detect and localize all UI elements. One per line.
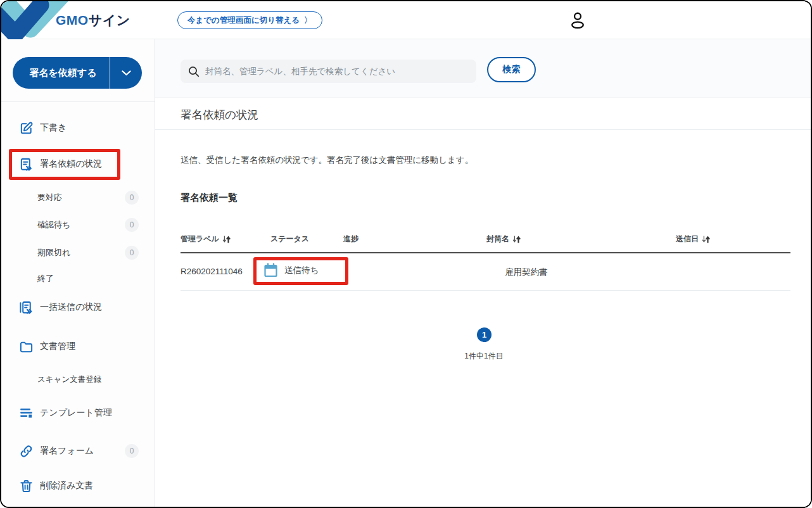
sidebar-item-label: 要対応 (37, 192, 62, 203)
sidebar-divider (1, 101, 155, 102)
brand-wordmark: GMOサイン (56, 11, 130, 29)
folder-icon (19, 340, 34, 354)
sidebar-item-label: 削除済み文書 (40, 480, 93, 492)
sidebar-item-signature-form[interactable]: 署名フォーム 0 (1, 442, 155, 460)
title-band: 署名依頼の状況 (155, 98, 811, 130)
sidebar-item-bulk-send-status[interactable]: 一括送信の状況 (1, 298, 155, 316)
list-heading: 署名依頼一覧 (181, 192, 238, 204)
search-icon (188, 66, 200, 77)
search-button[interactable]: 検索 (487, 57, 536, 82)
link-icon (19, 444, 34, 459)
column-label: 送信日 (676, 234, 699, 244)
column-header-status: ステータス (270, 234, 309, 244)
request-signature-dropdown[interactable] (110, 57, 142, 89)
sidebar-item-label: スキャン文書登録 (37, 374, 101, 385)
column-label: 管理ラベル (181, 234, 219, 244)
sidebar-item-label: 文書管理 (40, 341, 75, 352)
switch-admin-screen-label: 今までの管理画面に切り替える (187, 15, 300, 26)
page-description: 送信、受信した署名依頼の状況です。署名完了後は文書管理に移動します。 (181, 155, 473, 166)
pagination-page-1[interactable]: 1 (477, 327, 492, 342)
pagination-summary: 1件中1件目 (446, 351, 522, 362)
sidebar-item-request-status[interactable]: 署名依頼の状況 (1, 155, 155, 173)
count-badge: 0 (125, 191, 139, 205)
cell-envelope-name[interactable]: 雇用契約書 (505, 267, 548, 278)
sidebar-item-label: 確認待ち (37, 219, 70, 231)
sidebar-item-draft[interactable]: 下書き (1, 119, 155, 137)
edit-pencil-icon (19, 121, 34, 136)
column-label: ステータス (270, 234, 309, 244)
sidebar-item-label: 署名フォーム (40, 445, 94, 457)
trash-icon (19, 479, 34, 493)
cell-management-label[interactable]: R260202111046 (181, 267, 243, 276)
template-list-icon (19, 406, 34, 421)
bulk-send-icon (19, 300, 34, 315)
search-band: 検索 (155, 39, 811, 98)
sort-icon (512, 235, 521, 244)
sidebar-item-label: 終了 (37, 273, 54, 284)
count-badge: 0 (125, 444, 139, 458)
chevron-down-icon (122, 70, 131, 76)
sidebar-item-label: 一括送信の状況 (40, 302, 102, 313)
sidebar-item-label: 署名依頼の状況 (40, 158, 102, 170)
sidebar-item-finished[interactable]: 終了 (1, 270, 155, 288)
column-header-management-label[interactable]: 管理ラベル (181, 234, 231, 244)
count-badge: 0 (125, 246, 139, 260)
sidebar-item-pending-confirmation[interactable]: 確認待ち 0 (1, 216, 155, 234)
column-label: 進捗 (343, 234, 358, 244)
brand-sign: サイン (89, 13, 130, 27)
content-area: 送信、受信した署名依頼の状況です。署名完了後は文書管理に移動します。 署名依頼一… (155, 130, 811, 507)
column-label: 封筒名 (486, 234, 509, 244)
user-account-icon[interactable] (569, 11, 587, 29)
table-row-rule (181, 290, 790, 291)
sidebar-item-label: 下書き (40, 122, 67, 134)
sidebar: 署名を依頼する 下書き 署名依頼の状況 要 (1, 39, 155, 507)
main-area: 検索 署名依頼の状況 送信、受信した署名依頼の状況です。署名完了後は文書管理に移… (155, 39, 811, 507)
cell-status[interactable]: 送信待ち (263, 262, 319, 278)
sidebar-item-label: テンプレート管理 (40, 407, 112, 419)
search-field[interactable] (181, 60, 476, 83)
request-signature-button[interactable]: 署名を依頼する (13, 57, 142, 89)
column-header-sent-date[interactable]: 送信日 (676, 234, 710, 244)
column-header-envelope-name[interactable]: 封筒名 (486, 234, 521, 244)
page-title: 署名依頼の状況 (181, 107, 258, 122)
sidebar-item-label: 期限切れ (37, 247, 70, 258)
search-input[interactable] (205, 67, 469, 76)
count-badge: 0 (125, 218, 139, 232)
request-signature-label: 署名を依頼する (13, 57, 110, 89)
calendar-icon (263, 262, 279, 278)
app-header: GMOサイン 今までの管理画面に切り替える 〉 (1, 1, 811, 39)
sort-icon (222, 235, 231, 244)
switch-admin-screen-button[interactable]: 今までの管理画面に切り替える 〉 (177, 11, 322, 29)
status-label: 送信待ち (284, 265, 319, 276)
gmo-sign-app: GMOサイン 今までの管理画面に切り替える 〉 署名を依頼する (0, 0, 812, 508)
brand-gmo: GMO (56, 13, 89, 27)
sidebar-item-deleted-documents[interactable]: 削除済み文書 (1, 477, 155, 495)
sidebar-item-expired[interactable]: 期限切れ 0 (1, 244, 155, 262)
sidebar-item-document-management[interactable]: 文書管理 (1, 338, 155, 355)
column-header-progress: 進捗 (343, 234, 358, 244)
table-header-rule (181, 252, 790, 253)
sort-icon (702, 235, 710, 244)
sidebar-item-template-management[interactable]: テンプレート管理 (1, 404, 155, 422)
document-send-icon (19, 157, 34, 172)
sidebar-item-scan-document-registration[interactable]: スキャン文書登録 (1, 371, 155, 388)
sidebar-item-action-required[interactable]: 要対応 0 (1, 189, 155, 206)
chevron-right-icon: 〉 (304, 15, 312, 26)
